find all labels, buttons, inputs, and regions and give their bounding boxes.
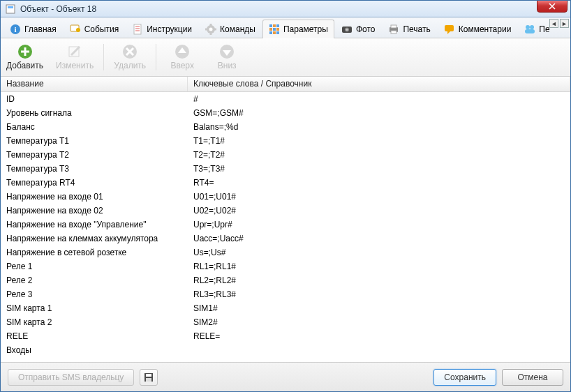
cell-name: Температура T2 [1, 149, 188, 160]
up-button[interactable]: Вверх [166, 44, 198, 70]
cell-keywords: Balans=;%d [188, 121, 570, 133]
tab-label: Инструкции [147, 24, 192, 34]
edit-button[interactable]: Изменить [56, 44, 94, 70]
gear-icon [205, 24, 216, 35]
cell-name: Реле 2 [1, 275, 188, 286]
up-label: Вверх [170, 61, 193, 70]
table-row[interactable]: RELERELE= [1, 329, 570, 343]
cell-name: Температура T3 [1, 163, 188, 174]
close-button[interactable] [537, 0, 568, 13]
table-row[interactable]: Напряжение на входе "Управление"Upr=;Upr… [1, 218, 570, 232]
tab-strip: i Главная События Инструкции Команды Пар… [1, 17, 570, 38]
printer-icon [388, 24, 399, 35]
tab-print[interactable]: Печать [382, 20, 436, 38]
add-button[interactable]: Добавить [6, 44, 43, 70]
svg-rect-21 [276, 28, 279, 31]
tab-scroll-right[interactable]: ► [560, 19, 569, 28]
down-button[interactable]: Вниз [211, 44, 243, 70]
table-row[interactable]: Входы [1, 343, 570, 357]
cancel-button[interactable]: Отмена [502, 369, 563, 386]
cell-keywords [188, 349, 570, 351]
save-disk-button[interactable] [140, 369, 158, 386]
list-header: Название Ключевые слова / Справочник [1, 77, 570, 92]
tab-scroll-left[interactable]: ◄ [549, 19, 558, 28]
add-icon [17, 44, 33, 59]
tab-label: Команды [220, 24, 255, 34]
cell-name: Температура T1 [1, 135, 188, 146]
cell-keywords: RT4= [188, 177, 570, 188]
tab-comments[interactable]: Комментарии [438, 20, 518, 38]
toolbar-separator [156, 44, 156, 70]
table-row[interactable]: Температура T2T2=;T2# [1, 148, 570, 162]
table-row[interactable]: Напряжение на клеммах аккумулятораUacc=;… [1, 232, 570, 246]
down-icon [219, 44, 235, 59]
tab-main[interactable]: i Главная [3, 20, 63, 38]
svg-point-11 [209, 27, 213, 31]
window-title: Объект - Объект 18 [20, 4, 566, 14]
cell-name: SIM карта 2 [1, 317, 188, 328]
cell-name: Напряжение на клеммах аккумулятора [1, 233, 188, 244]
send-sms-button[interactable]: Отправить SMS владельцу [8, 369, 134, 386]
send-sms-label: Отправить SMS владельцу [18, 372, 124, 382]
cell-name: Уровень сигнала [1, 107, 188, 119]
table-row[interactable]: Реле 1RL1=;RL1# [1, 259, 570, 273]
table-row[interactable]: Температура T3T3=;T3# [1, 162, 570, 176]
doc-icon [132, 24, 143, 35]
save-label: Сохранить [444, 372, 486, 382]
svg-rect-16 [269, 24, 272, 27]
svg-rect-30 [391, 31, 396, 33]
cell-name: Напряжение на входе 02 [1, 205, 188, 216]
tab-commands[interactable]: Команды [199, 20, 262, 38]
svg-rect-29 [391, 25, 396, 28]
table-row[interactable]: Напряжение на входе 02U02=;U02# [1, 204, 570, 218]
table-row[interactable]: Температура T1T1=;T1# [1, 134, 570, 148]
svg-rect-24 [276, 31, 279, 34]
cell-name: Напряжение на входе "Управление" [1, 219, 188, 230]
table-row[interactable]: ID# [1, 92, 570, 106]
table-row[interactable]: Реле 3RL3=;RL3# [1, 287, 570, 301]
save-button[interactable]: Сохранить [433, 369, 496, 386]
edit-label: Изменить [56, 61, 94, 70]
column-name-header[interactable]: Название [1, 77, 188, 91]
people-icon [524, 24, 535, 35]
tab-parameters[interactable]: Параметры [262, 20, 334, 38]
down-label: Вниз [218, 61, 237, 70]
footer-bar: Отправить SMS владельцу Сохранить Отмена [1, 362, 570, 391]
tab-instructions[interactable]: Инструкции [126, 20, 198, 38]
table-row[interactable]: Напряжение на входе 01U01=;U01# [1, 190, 570, 204]
svg-rect-17 [273, 24, 276, 27]
cell-keywords: T2=;T2# [188, 149, 570, 160]
delete-icon [122, 44, 138, 59]
svg-rect-1 [8, 6, 13, 8]
cell-keywords: RELE= [188, 331, 570, 342]
title-bar: Объект - Объект 18 [1, 1, 570, 17]
tab-events[interactable]: События [64, 20, 126, 38]
tab-label: Параметры [283, 24, 328, 34]
parameter-list[interactable]: Название Ключевые слова / Справочник ID#… [1, 77, 570, 362]
cell-name: Баланс [1, 121, 188, 133]
column-keywords-header[interactable]: Ключевые слова / Справочник [188, 77, 570, 91]
cell-name: Напряжение в сетевой розетке [1, 247, 188, 258]
cancel-label: Отмена [517, 372, 547, 382]
table-row[interactable]: БалансBalans=;%d [1, 120, 570, 134]
table-row[interactable]: Уровень сигналаGSM=;GSM# [1, 106, 570, 120]
chat-icon [444, 24, 455, 35]
cell-keywords: # [188, 93, 570, 105]
table-row[interactable]: SIM карта 1SIM1# [1, 301, 570, 315]
svg-point-5 [76, 28, 80, 32]
table-row[interactable]: Реле 2RL2=;RL2# [1, 273, 570, 287]
table-row[interactable]: Напряжение в сетевой розеткеUs=;Us# [1, 246, 570, 259]
tab-photo[interactable]: Фото [335, 20, 382, 38]
delete-button[interactable]: Удалить [114, 44, 146, 70]
svg-rect-31 [445, 25, 454, 31]
svg-rect-18 [276, 24, 279, 27]
svg-rect-23 [273, 31, 276, 34]
table-row[interactable]: Температура RT4RT4= [1, 176, 570, 190]
svg-rect-22 [269, 31, 272, 34]
tab-label: Печать [403, 24, 430, 34]
table-row[interactable]: SIM карта 2SIM2# [1, 315, 570, 329]
app-icon [5, 3, 16, 15]
svg-rect-19 [269, 28, 272, 31]
cell-keywords: T1=;T1# [188, 135, 570, 146]
cell-keywords: Uacc=;Uacc# [188, 233, 570, 244]
